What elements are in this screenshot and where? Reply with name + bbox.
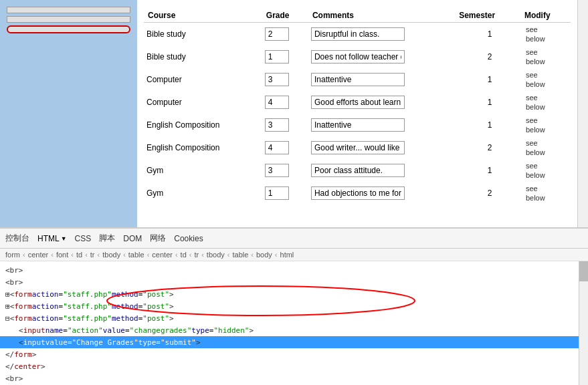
- cell-grade: [262, 136, 308, 159]
- bc-font[interactable]: font: [56, 251, 68, 259]
- devtools-scrollbar-thumb[interactable]: [579, 261, 588, 281]
- code-line: ⊞ <form action="staff.php" method="post"…: [0, 300, 588, 312]
- comment-input[interactable]: [311, 186, 405, 200]
- comment-input[interactable]: [311, 73, 405, 86]
- cell-comment: [308, 23, 455, 46]
- cell-grade: [262, 114, 308, 136]
- comment-input[interactable]: [311, 141, 405, 154]
- cell-course: Bible study: [144, 23, 262, 46]
- tab-dom[interactable]: DOM: [123, 234, 142, 243]
- submit-grades-btn[interactable]: [7, 16, 130, 23]
- cell-semester: 2: [455, 45, 520, 68]
- tab-css[interactable]: CSS: [75, 234, 92, 243]
- col-course: Course: [144, 9, 262, 23]
- cell-modify: seebelow: [520, 45, 571, 68]
- bc-table2[interactable]: table: [232, 251, 248, 259]
- cell-course: Computer: [144, 68, 262, 91]
- code-line: ⊞ <form action="staff.php" method="post"…: [0, 288, 588, 300]
- bc-tbody2[interactable]: tbody: [207, 251, 225, 259]
- cell-grade: [262, 182, 308, 205]
- bc-table1[interactable]: table: [128, 251, 144, 259]
- table-row: Bible study1seebelow: [144, 23, 571, 46]
- cell-modify: seebelow: [520, 114, 571, 136]
- devtools-scrollbar[interactable]: [579, 261, 588, 385]
- grade-input[interactable]: [265, 186, 289, 200]
- change-grades-btn[interactable]: [7, 25, 130, 33]
- bc-html[interactable]: html: [280, 251, 294, 259]
- modify-link[interactable]: seebelow: [526, 94, 545, 111]
- modify-link[interactable]: seebelow: [526, 139, 545, 156]
- comment-input[interactable]: [311, 50, 405, 63]
- tab-html-arrow: ▼: [61, 235, 67, 242]
- code-line[interactable]: <input value="Change Grades" type="submi…: [0, 336, 588, 348]
- table-row: Computer1seebelow: [144, 91, 571, 114]
- bc-body[interactable]: body: [256, 251, 272, 259]
- modify-link[interactable]: seebelow: [526, 25, 545, 43]
- tab-cookies[interactable]: Cookies: [174, 234, 203, 243]
- code-line: </center>: [0, 360, 588, 372]
- bc-tr2[interactable]: tr: [194, 251, 199, 259]
- grade-input[interactable]: [265, 118, 289, 132]
- col-semester: Semester: [455, 9, 520, 23]
- code-line: <br>: [0, 264, 588, 276]
- cell-comment: [308, 159, 455, 182]
- cell-course: Gym: [144, 159, 262, 182]
- table-row: English Composition1seebelow: [144, 114, 571, 136]
- grade-input[interactable]: [265, 27, 289, 41]
- breadcrumb: form‹ center‹ font‹ td‹ tr‹ tbody‹ table…: [0, 249, 588, 261]
- cell-comment: [308, 182, 455, 205]
- check-messages-btn[interactable]: [7, 7, 130, 13]
- cell-modify: seebelow: [520, 136, 571, 159]
- tab-console[interactable]: 控制台: [5, 233, 29, 244]
- cell-semester: 1: [455, 159, 520, 182]
- cell-course: Computer: [144, 91, 262, 114]
- code-area-wrapper: <br><br>⊞ <form action="staff.php" metho…: [0, 261, 588, 385]
- bc-tbody1[interactable]: tbody: [102, 251, 120, 259]
- cell-grade: [262, 23, 308, 46]
- modify-link[interactable]: seebelow: [526, 48, 545, 66]
- col-modify: Modify: [520, 9, 571, 23]
- bc-tr1[interactable]: tr: [90, 251, 95, 259]
- cell-comment: [308, 91, 455, 114]
- cell-course: English Composition: [144, 114, 262, 136]
- bc-center1[interactable]: center: [28, 251, 49, 259]
- bc-td2[interactable]: td: [181, 251, 187, 259]
- comment-input[interactable]: [311, 118, 405, 132]
- grade-input[interactable]: [265, 50, 289, 63]
- grade-input[interactable]: [265, 96, 289, 109]
- cell-semester: 1: [455, 114, 520, 136]
- cell-semester: 1: [455, 23, 520, 46]
- modify-link[interactable]: seebelow: [526, 71, 545, 88]
- cell-grade: [262, 91, 308, 114]
- tab-script[interactable]: 脚本: [99, 233, 115, 244]
- grade-input[interactable]: [265, 164, 289, 177]
- modify-link[interactable]: seebelow: [526, 116, 545, 134]
- tab-html-label: HTML: [37, 234, 60, 243]
- col-comments: Comments: [308, 9, 455, 23]
- comment-input[interactable]: [311, 164, 405, 177]
- grade-input[interactable]: [265, 141, 289, 154]
- table-row: Computer1seebelow: [144, 68, 571, 91]
- bc-center2[interactable]: center: [152, 251, 173, 259]
- code-line: </form>: [0, 348, 588, 360]
- comment-input[interactable]: [311, 27, 405, 41]
- browser-scrollbar[interactable]: [577, 0, 588, 227]
- cell-modify: seebelow: [520, 182, 571, 205]
- cell-course: Bible study: [144, 45, 262, 68]
- table-row: Gym1seebelow: [144, 159, 571, 182]
- comment-input[interactable]: [311, 96, 405, 109]
- cell-modify: seebelow: [520, 91, 571, 114]
- modify-link[interactable]: seebelow: [526, 184, 545, 202]
- cell-semester: 2: [455, 182, 520, 205]
- code-area: <br><br>⊞ <form action="staff.php" metho…: [0, 261, 588, 385]
- grade-input[interactable]: [265, 73, 289, 86]
- bc-td1[interactable]: td: [76, 251, 82, 259]
- cell-course: English Composition: [144, 136, 262, 159]
- tab-html[interactable]: HTML ▼: [37, 234, 67, 243]
- bc-form[interactable]: form: [5, 251, 20, 259]
- cell-comment: [308, 114, 455, 136]
- modify-link[interactable]: seebelow: [526, 162, 545, 179]
- code-line: ⊟ <form action="staff.php" method="post"…: [0, 312, 588, 324]
- cell-semester: 1: [455, 91, 520, 114]
- tab-network[interactable]: 网络: [150, 233, 166, 244]
